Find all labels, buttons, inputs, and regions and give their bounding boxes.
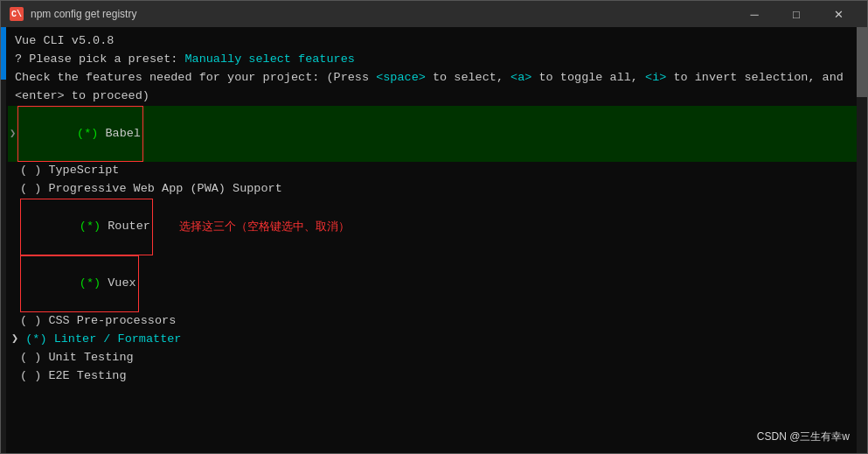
version-line: Vue CLI v5.0.8 [8, 32, 860, 51]
e2e-line: ( ) E2E Testing [8, 367, 860, 386]
css-text: ( ) CSS Pre-processors [20, 312, 176, 331]
space-key: <space> [376, 69, 426, 87]
maximize-button[interactable]: □ [776, 1, 816, 27]
vuex-selected: (*) Vuex [20, 255, 139, 312]
title-bar: C\ npm config get registry ─ □ ✕ [1, 1, 867, 27]
babel-checkbox: (*) [77, 127, 98, 140]
router-label: Router [101, 220, 150, 233]
linter-line: ❯ (*) Linter / Formatter [8, 331, 860, 349]
css-line: ( ) CSS Pre-processors [8, 312, 860, 331]
check-features-text: Check the features needed for your proje… [15, 69, 376, 87]
babel-selected: (*) Babel [17, 106, 143, 163]
unit-text: ( ) Unit Testing [20, 349, 134, 367]
linter-text: (*) Linter / Formatter [25, 331, 181, 349]
babel-line: ❯ (*) Babel [8, 106, 860, 163]
title-bar-left: C\ npm config get registry [10, 7, 136, 21]
watermark: CSDN @三生有幸w [757, 430, 850, 444]
scrollbar-thumb[interactable] [857, 27, 867, 97]
version-text: Vue CLI v5.0.8 [15, 32, 114, 51]
terminal-body: Vue CLI v5.0.8 ? Please pick a preset: M… [1, 27, 867, 453]
scrollbar[interactable] [857, 27, 867, 453]
annotation-text: 选择这三个（空格键选中、取消） [179, 219, 350, 236]
preset-prefix: ? Please pick a preset: [15, 51, 184, 69]
enter-text: <enter> to proceed) [15, 87, 149, 106]
preset-line: ? Please pick a preset: Manually select … [8, 51, 860, 69]
pwa-text: ( ) Progressive Web App (PWA) Support [20, 180, 282, 199]
vuex-line: (*) Vuex [8, 255, 860, 312]
unit-line: ( ) Unit Testing [8, 349, 860, 367]
router-checkbox: (*) [80, 220, 101, 233]
router-line: (*) Router 选择这三个（空格键选中、取消） [8, 199, 860, 255]
vuex-label: Vuex [101, 276, 136, 290]
typescript-line: ( ) TypeScript [8, 162, 860, 180]
main-window: C\ npm config get registry ─ □ ✕ Vue CLI… [0, 0, 868, 454]
babel-label: Babel [98, 127, 141, 140]
typescript-text: ( ) TypeScript [20, 162, 119, 180]
window-title: npm config get registry [31, 8, 136, 20]
close-button[interactable]: ✕ [818, 1, 858, 27]
arrow-indicator: ❯ [10, 126, 17, 143]
vuex-checkbox: (*) [80, 276, 101, 290]
preset-value: Manually select features [184, 51, 354, 69]
check-features-line: Check the features needed for your proje… [8, 69, 860, 87]
window-controls: ─ □ ✕ [734, 1, 858, 27]
router-selected: (*) Router [20, 199, 153, 255]
e2e-text: ( ) E2E Testing [20, 367, 127, 386]
pwa-line: ( ) Progressive Web App (PWA) Support [8, 180, 860, 199]
minimize-button[interactable]: ─ [734, 1, 774, 27]
cmd-icon: C\ [10, 7, 24, 21]
enter-line: <enter> to proceed) [8, 87, 860, 106]
